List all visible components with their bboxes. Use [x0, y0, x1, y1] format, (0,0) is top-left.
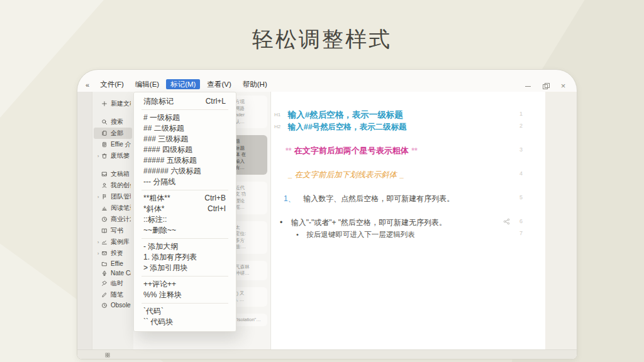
- card-text-fragment: "Isolation"…: [235, 317, 264, 324]
- menu-item[interactable]: [142, 190, 228, 190]
- sidebar-item[interactable]: › 废纸篓: [94, 150, 132, 162]
- menu-item-label: --- 分隔线: [143, 178, 175, 186]
- chart-line-icon: [101, 239, 109, 245]
- menu-item[interactable]: #### 四级标题: [134, 145, 236, 155]
- menu-item[interactable]: # 一级标题: [134, 112, 236, 123]
- menu-item[interactable]: `代码`: [134, 306, 236, 317]
- menubar-item[interactable]: 编辑(E): [131, 79, 164, 89]
- menu-item-label: > 添加引用块: [143, 264, 187, 272]
- editor-line[interactable]: _ 在文字前后加下划线表示斜体 _ 4: [271, 168, 545, 180]
- markup-menu-dropdown: 清除标记 Ctrl+L # 一级标题 ## 二级标题 ### 三级标题: [133, 92, 236, 332]
- folder-icon: [101, 261, 109, 267]
- menu-item[interactable]: [142, 276, 228, 277]
- sidebar-item[interactable]: Effie: [94, 259, 132, 268]
- card-text-fragment: 体 在: [235, 151, 264, 158]
- card-text-fragment: 多方: [235, 238, 264, 244]
- menu-item[interactable]: *斜体* Ctrl+I: [134, 204, 236, 214]
- editor-line[interactable]: • 按后退键即可进入下一层逻辑列表 7: [271, 228, 545, 240]
- line-number: 7: [519, 230, 523, 236]
- sidebar-item[interactable]: 搜索: [94, 116, 132, 128]
- editor[interactable]: H1 输入#然后空格，表示一级标题 1 H2 输: [271, 92, 545, 349]
- restore-icon[interactable]: [542, 82, 549, 89]
- menu-item[interactable]: ### 三级标题: [134, 134, 236, 145]
- menu-item[interactable]: **粗体** Ctrl+B: [134, 193, 236, 204]
- menu-item[interactable]: > 添加引用块: [134, 263, 236, 273]
- menu-item-label: - 添加大纲: [143, 243, 178, 251]
- menubar-item[interactable]: 帮助(H): [238, 79, 272, 89]
- trash-icon: [101, 153, 109, 159]
- sidebar: 新建文稿 搜索 全部 Effie 介: [92, 92, 133, 349]
- card-text-fragment: 太: [235, 224, 264, 231]
- menu-item[interactable]: [142, 238, 228, 239]
- sidebar-item-label: 随笔: [111, 290, 123, 299]
- line-text: 按后退键即可进入下一层逻辑列表: [306, 231, 415, 238]
- sidebar-item[interactable]: 我的创作: [94, 180, 132, 191]
- pin-icon: [101, 280, 109, 287]
- menu-item[interactable]: [142, 303, 228, 304]
- menu-item-label: 清除标记: [143, 97, 174, 106]
- sidebar-item-label: Nate Ca: [111, 270, 131, 277]
- line-number: 5: [519, 194, 523, 200]
- sidebar-item-label: 我的创作: [111, 181, 131, 190]
- menu-item-label: ++评论++: [143, 280, 176, 288]
- sidebar-item[interactable]: 随笔: [94, 289, 132, 300]
- menubar-item[interactable]: 标记(M): [166, 79, 200, 89]
- menu-item[interactable]: --- 分隔线: [134, 177, 236, 187]
- close-icon[interactable]: ×: [560, 82, 567, 89]
- menubar-item[interactable]: 查看(V): [203, 79, 235, 89]
- line-text: 输入数字、点然后空格，即可新建有序列表。: [303, 194, 454, 203]
- left-strip: [77, 92, 92, 349]
- clock-icon: [101, 302, 109, 309]
- editor-line[interactable]: 1、 输入数字、点然后空格，即可新建有序列表。 5: [271, 192, 545, 204]
- sidebar-item-label: Effie 介: [111, 140, 131, 149]
- editor-line[interactable]: • 输入"-"或者"+ "然后空格，即可新建无序列表。 6: [271, 216, 545, 228]
- page-title: 轻松调整样式: [0, 25, 644, 54]
- menubar-item[interactable]: 文件(F): [96, 79, 128, 89]
- editor-line[interactable]: ** 在文字前后加两个星号表示粗体 ** 3: [271, 145, 545, 156]
- sidebar-item[interactable]: Effie 介: [94, 139, 132, 150]
- sidebar-item[interactable]: 新建文稿: [94, 98, 132, 109]
- sidebar-item[interactable]: Nate Ca: [94, 268, 132, 278]
- menu-item[interactable]: ~~删除~~: [134, 225, 236, 236]
- menu-item[interactable]: ###### 六级标题: [134, 166, 236, 177]
- menu-item-label: ~~删除~~: [143, 226, 176, 234]
- share-icon[interactable]: [503, 218, 510, 225]
- menu-item[interactable]: 1. 添加有序列表: [134, 252, 236, 263]
- sidebar-item[interactable]: › 投资: [94, 248, 132, 259]
- sidebar-item[interactable]: Obsolete: [94, 300, 132, 310]
- sidebar-item-label: 废纸篓: [111, 151, 130, 160]
- sidebar-item[interactable]: 全部: [94, 128, 132, 139]
- menu-item[interactable]: ++评论++: [134, 279, 236, 290]
- line-number: 2: [519, 123, 523, 129]
- sidebar-item[interactable]: 临时: [94, 278, 132, 289]
- sidebar-item[interactable]: › 团队管理: [94, 191, 132, 202]
- editor-line[interactable]: H2 输入##号然后空格，表示二级标题 2: [271, 121, 545, 133]
- editor-line[interactable]: H1 输入#然后空格，表示一级标题 1: [271, 109, 545, 121]
- menu-item[interactable]: - 添加大纲: [134, 241, 236, 252]
- sidebar-item-label: 团队管理: [111, 192, 131, 201]
- menu-item[interactable]: [142, 109, 228, 110]
- all-docs-icon: [101, 130, 109, 136]
- menu-item[interactable]: %% 注释块: [134, 290, 236, 300]
- sidebar-item[interactable]: › 案例库: [94, 236, 132, 248]
- menu-item-label: # 一级标题: [143, 114, 180, 122]
- window-controls: ×: [525, 82, 567, 89]
- sidebar-item[interactable]: 写书: [94, 225, 132, 236]
- minimize-icon[interactable]: [525, 82, 531, 89]
- menu-item[interactable]: ::标注::: [134, 214, 236, 225]
- sidebar-item[interactable]: 商业计划: [94, 214, 132, 225]
- menu-item[interactable]: 清除标记 Ctrl+L: [134, 96, 236, 107]
- menu-item[interactable]: `` 代码块: [134, 317, 236, 327]
- mail-icon: [101, 250, 109, 256]
- grid-view-icon[interactable]: [105, 349, 110, 359]
- card-text-fragment: 气森林: [235, 264, 264, 271]
- menu-item[interactable]: ## 二级标题: [134, 123, 236, 134]
- book-icon: [101, 228, 109, 234]
- sidebar-item-label: 临时: [111, 279, 123, 288]
- card-text-fragment: 理论: [235, 198, 264, 205]
- card-text-fragment: () 又: [235, 290, 264, 297]
- sidebar-item[interactable]: 阅读笔记: [94, 202, 132, 214]
- menu-item[interactable]: ##### 五级标题: [134, 155, 236, 166]
- sidebar-item[interactable]: 文稿箱: [94, 168, 132, 180]
- collapse-sidebar-icon[interactable]: «: [86, 80, 89, 89]
